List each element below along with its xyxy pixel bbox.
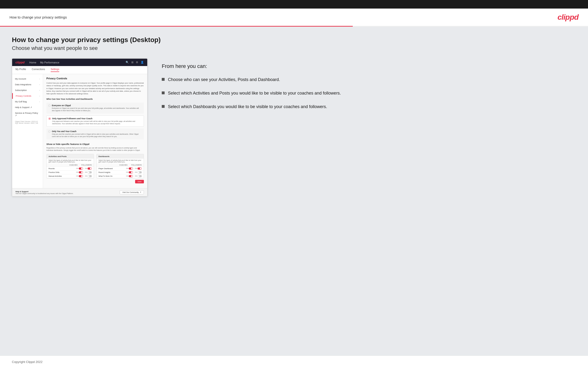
bullet-square-1 [162, 78, 164, 81]
footer: Copyright Clippd 2022 [0, 356, 588, 367]
clippd-logo: clippd [558, 13, 579, 22]
mockup-subnav: My Profile Connections Settings [12, 66, 147, 74]
mockup-save-button: Save [135, 180, 144, 184]
mockup-logo: clippd [16, 61, 25, 64]
footer-copyright: Copyright Clippd 2022 [12, 360, 43, 364]
mockup-radio-group: Everyone on Clippd Everyone on Clippd ca… [46, 103, 144, 139]
chevron-right-icon: › [39, 89, 40, 92]
page-heading: How to change your privacy settings (Des… [12, 36, 576, 44]
chevron-right-icon: › [39, 78, 40, 80]
mockup-showhide-desc: Regardless of the privacy controls that … [46, 147, 144, 151]
mockup-subnav-settings: Settings [51, 68, 59, 72]
mockup-row-round-insights: Round Insights ON ON [96, 171, 144, 174]
mockup-navbar: clippd Home My Performance 🔍 ⊞ ⚙ 👤 [12, 59, 147, 66]
mockup-row-drills: Practice Drills ON ON [47, 171, 94, 174]
mockup-who-can-see-title: Who Can See Your Activities and Dashboar… [46, 98, 144, 100]
mockup-nav-performance: My Performance [40, 61, 60, 64]
mockup-sidebar-golfbag: My Golf Bag › [12, 99, 43, 105]
header: How to change your privacy settings clip… [0, 8, 588, 26]
mockup-help-desc: Visit our Clippd community to troublesho… [16, 193, 73, 194]
bullet-item-3: Select which Dashboards you would like t… [162, 104, 576, 110]
top-bar [0, 0, 588, 8]
mockup-sidebar-account: My Account › [12, 76, 43, 82]
header-title: How to change your privacy settings [9, 15, 67, 19]
avatar-icon: 👤 [141, 61, 144, 64]
mockup-showhide-title: Show or hide specific features in Clippd [46, 143, 144, 145]
bullet-text-2: Select which Activities and Posts you wo… [168, 90, 341, 96]
mockup-visit-community-button: Visit Our Community ↗ [120, 190, 144, 194]
bullet-square-3 [162, 105, 164, 108]
mockup-activities-table: Activities and Posts Select the types of… [46, 154, 94, 178]
mockup-nav-icons: 🔍 ⊞ ⚙ 👤 [126, 61, 144, 64]
bullet-item-2: Select which Activities and Posts you wo… [162, 90, 576, 96]
chevron-right-icon: › [39, 101, 40, 103]
radio-circle-followers [49, 117, 51, 120]
bullet-list: Choose who can see your Activities, Post… [162, 76, 576, 110]
radio-circle-everyone [48, 105, 51, 107]
bullet-square-2 [162, 92, 164, 94]
settings-icon: ⚙ [136, 61, 138, 64]
mockup-body: My Account › Data Integrations › Subscri… [12, 74, 147, 188]
mockup-help-title: Help & Support [16, 191, 73, 193]
search-icon: 🔍 [126, 61, 129, 64]
page-subheading: Choose what you want people to see [12, 45, 576, 51]
mockup-privacy-title: Privacy Controls [46, 77, 144, 80]
mockup-sidebar-version: Clippd Client Version: 2022.8.2SQL Serve… [12, 118, 43, 126]
mockup-radio-only-you: Only You and Your Coach Only you and the… [46, 128, 144, 139]
radio-circle-only-you [48, 130, 51, 133]
mockup-sidebar-privacy: Privacy Controls › [12, 93, 43, 99]
mockup-sidebar-data: Data Integrations › [12, 82, 43, 87]
grid-icon: ⊞ [131, 61, 133, 64]
mockup-sidebar-help: Help & Support ↗ [12, 105, 43, 110]
mockup-subnav-connections: Connections [32, 68, 45, 72]
mockup-row-manual: Manual Activities ON ON [47, 174, 94, 178]
chevron-right-icon: › [39, 95, 40, 97]
mockup-nav-links: Home My Performance [29, 61, 59, 64]
mockup-nav-home: Home [29, 61, 36, 64]
content-layout: clippd Home My Performance 🔍 ⊞ ⚙ 👤 My Pr… [12, 58, 576, 196]
bullet-item-1: Choose who can see your Activities, Post… [162, 76, 576, 83]
mockup-dashboards-table: Dashboards Select the types of activity … [96, 154, 144, 178]
mockup-row-rounds: Rounds ON ON [47, 167, 94, 171]
chevron-right-icon: › [39, 83, 40, 86]
mockup-row-what-to-work: What To Work On ON ON [96, 174, 144, 178]
from-here-title: From here you can: [162, 63, 576, 69]
right-panel: From here you can: Choose who can see yo… [162, 58, 576, 110]
mockup-help-section: Help & Support Visit our Clippd communit… [12, 188, 147, 196]
mockup-toggle-tables: Activities and Posts Select the types of… [46, 154, 144, 178]
bullet-text-3: Select which Dashboards you would like t… [168, 104, 327, 110]
mockup-subnav-profile: My Profile [16, 68, 26, 72]
screenshot-mockup: clippd Home My Performance 🔍 ⊞ ⚙ 👤 My Pr… [12, 58, 147, 196]
mockup-main-panel: Privacy Controls Control how you and you… [43, 74, 147, 188]
mockup-row-player-dashboard: Player Dashboard ON ON [96, 167, 144, 171]
mockup-privacy-desc: Control how you and your data appears to… [46, 82, 144, 95]
mockup-sidebar-privacy-policy: Service & Privacy Policy ↗ [12, 110, 43, 118]
mockup-radio-everyone: Everyone on Clippd Everyone on Clippd ca… [46, 103, 144, 114]
mockup-sidebar: My Account › Data Integrations › Subscri… [12, 74, 43, 188]
mockup-save-area: Save [46, 178, 144, 185]
mockup-radio-followers: Only Approved Followers and Your Coach O… [46, 116, 144, 127]
mockup-sidebar-subscription: Subscription › [12, 87, 43, 93]
main-content: How to change your privacy settings (Des… [0, 27, 588, 356]
bullet-text-1: Choose who can see your Activities, Post… [168, 76, 280, 83]
